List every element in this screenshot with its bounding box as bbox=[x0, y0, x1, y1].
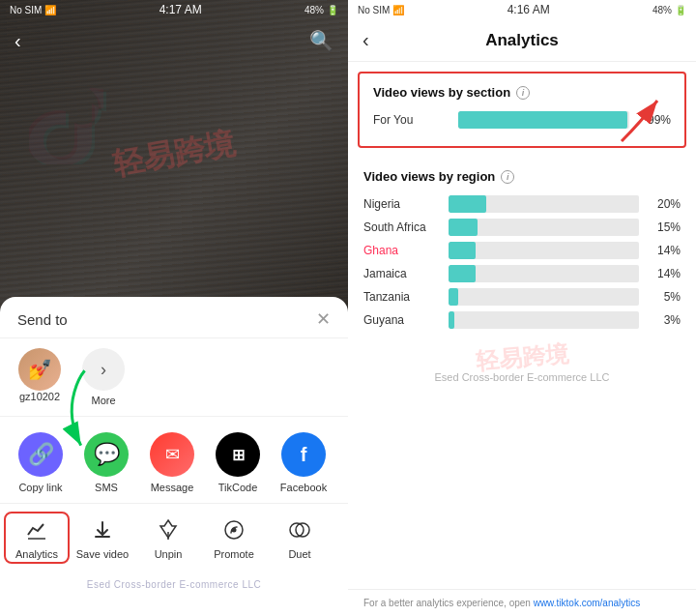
right-panel: No SIM 📶 4:16 AM 48% 🔋 ‹ Analytics Video… bbox=[348, 0, 696, 616]
battery-icon-left: 🔋 bbox=[327, 5, 338, 15]
nigeria-pct: 20% bbox=[647, 197, 681, 211]
for-you-bar-container bbox=[458, 111, 629, 129]
south-africa-pct: 15% bbox=[647, 220, 681, 234]
search-icon-left[interactable]: 🔍 bbox=[309, 29, 334, 52]
right-en-watermark: Esed Cross-border E-commerce LLC bbox=[435, 371, 610, 383]
ghana-pct: 14% bbox=[647, 244, 681, 257]
back-button-right[interactable]: ‹ bbox=[362, 29, 369, 51]
south-africa-bar-container bbox=[449, 219, 639, 236]
battery-right: 48% bbox=[652, 5, 672, 15]
unpin-label: Unpin bbox=[155, 548, 183, 560]
promote-action[interactable]: Promote bbox=[201, 512, 267, 564]
left-time: 4:17 AM bbox=[160, 3, 202, 16]
facebook-label: Facebook bbox=[280, 482, 327, 493]
tikcode-action[interactable]: ⊞ TikCode bbox=[205, 428, 271, 497]
unpin-action[interactable]: Unpin bbox=[135, 512, 201, 564]
right-status-right: 48% 🔋 bbox=[652, 5, 686, 15]
send-to-title: Send to bbox=[17, 311, 68, 328]
right-status-bar: No SIM 📶 4:16 AM 48% 🔋 bbox=[348, 0, 696, 19]
ghana-bar-row: Ghana 14% bbox=[363, 242, 681, 259]
jamaica-bar-row: Jamaica 14% bbox=[363, 265, 681, 282]
back-icon-left[interactable]: ‹ bbox=[14, 30, 21, 52]
facebook-action[interactable]: f Facebook bbox=[271, 428, 336, 497]
tanzania-bar-fill bbox=[449, 288, 458, 306]
close-button[interactable]: ✕ bbox=[316, 310, 331, 328]
message-label: Message bbox=[151, 482, 194, 493]
right-status-left: No SIM 📶 bbox=[358, 5, 404, 15]
duet-label: Duet bbox=[288, 548, 310, 560]
ghana-bar-fill bbox=[449, 242, 476, 259]
tanzania-label: Tanzania bbox=[363, 290, 441, 304]
guyana-bar-row: Guyana 3% bbox=[363, 311, 681, 329]
sms-label: SMS bbox=[95, 482, 118, 493]
wifi-icon: 📶 bbox=[44, 5, 56, 15]
message-icon: ✉ bbox=[150, 432, 194, 477]
unpin-icon bbox=[157, 515, 180, 544]
duet-icon bbox=[288, 515, 311, 544]
left-top-nav: ‹ 🔍 bbox=[0, 19, 348, 62]
footer-region: 轻易跨境 Esed Cross-border E-commerce LLC bbox=[348, 342, 696, 420]
nigeria-bar-container bbox=[449, 195, 639, 213]
footer-link[interactable]: www.tiktok.com/analytics bbox=[534, 598, 641, 608]
guyana-pct: 3% bbox=[647, 313, 681, 327]
analytics-icon bbox=[25, 515, 48, 544]
guyana-bar-container bbox=[449, 311, 639, 329]
nigeria-bar-row: Nigeria 20% bbox=[363, 195, 681, 213]
views-by-region-card: Video views by region i Nigeria 20% Sout… bbox=[348, 158, 696, 342]
south-africa-bar-row: South Africa 15% bbox=[363, 219, 681, 236]
jamaica-bar-fill bbox=[449, 265, 476, 282]
bottom-actions-row: Analytics Save video Unp bbox=[0, 503, 348, 575]
right-top-nav: ‹ Analytics bbox=[348, 19, 696, 62]
footer-text: For a better analytics experience, open bbox=[363, 598, 531, 608]
battery-icon-right: 🔋 bbox=[675, 5, 686, 15]
info-icon-region[interactable]: i bbox=[501, 170, 514, 184]
promote-label: Promote bbox=[214, 548, 254, 560]
copy-link-action[interactable]: 🔗 Copy link bbox=[8, 428, 73, 497]
guyana-bar-fill bbox=[449, 311, 454, 329]
guyana-label: Guyana bbox=[363, 313, 441, 327]
analytics-page-title: Analytics bbox=[485, 31, 559, 50]
en-watermark: Esed Cross-border E-commerce LLC bbox=[0, 575, 348, 594]
battery-left: 48% bbox=[304, 5, 324, 15]
svg-point-4 bbox=[232, 528, 237, 533]
red-arrow-indicator bbox=[617, 93, 665, 150]
nigeria-bar-fill bbox=[449, 195, 486, 213]
duet-action[interactable]: Duet bbox=[267, 512, 333, 564]
for-you-bar-fill bbox=[458, 111, 627, 129]
left-status-left: No SIM 📶 bbox=[10, 5, 56, 15]
copy-link-label: Copy link bbox=[18, 482, 62, 493]
wifi-icon-right: 📶 bbox=[392, 5, 404, 15]
jamaica-bar-container bbox=[449, 265, 639, 282]
analytics-content: Video views by section i For You 99% bbox=[348, 62, 696, 589]
views-by-region-title: Video views by region i bbox=[363, 169, 681, 184]
message-action[interactable]: ✉ Message bbox=[139, 428, 205, 497]
save-video-icon bbox=[91, 515, 114, 544]
send-to-header: Send to ✕ bbox=[0, 297, 348, 338]
promote-icon bbox=[222, 515, 246, 544]
tikcode-icon: ⊞ bbox=[216, 432, 260, 477]
info-icon-section[interactable]: i bbox=[516, 86, 530, 100]
views-by-section-card: Video views by section i For You 99% bbox=[358, 72, 686, 148]
for-you-label: For You bbox=[373, 113, 450, 127]
jamaica-label: Jamaica bbox=[363, 267, 441, 280]
tanzania-pct: 5% bbox=[647, 290, 681, 304]
tikcode-label: TikCode bbox=[218, 482, 258, 493]
svg-rect-1 bbox=[95, 536, 110, 538]
actions-grid: 🔗 Copy link 💬 SMS ✉ Message ⊞ TikCode f … bbox=[0, 417, 348, 503]
facebook-icon: f bbox=[281, 432, 326, 477]
copy-link-icon: 🔗 bbox=[18, 432, 63, 477]
footer-area: For a better analytics experience, open … bbox=[348, 589, 696, 616]
right-time: 4:16 AM bbox=[508, 3, 550, 16]
carrier-right: No SIM bbox=[358, 5, 390, 15]
nigeria-label: Nigeria bbox=[363, 197, 441, 211]
analytics-action[interactable]: Analytics bbox=[4, 512, 70, 564]
left-status-bar: No SIM 📶 4:17 AM 48% 🔋 bbox=[0, 0, 348, 19]
south-africa-label: South Africa bbox=[363, 220, 441, 234]
send-to-sheet: Send to ✕ 💅 gz10202 › More 🔗 Copy link 💬… bbox=[0, 297, 348, 616]
video-background: No SIM 📶 4:17 AM 48% 🔋 ‹ 🔍 轻易跨境 bbox=[0, 0, 348, 309]
right-cn-watermark: 轻易跨境 bbox=[475, 338, 569, 377]
analytics-label: Analytics bbox=[15, 548, 58, 560]
save-video-action[interactable]: Save video bbox=[70, 512, 135, 564]
tanzania-bar-row: Tanzania 5% bbox=[363, 288, 681, 306]
right-en-watermark-text: Esed Cross-border E-commerce LLC bbox=[435, 371, 610, 383]
